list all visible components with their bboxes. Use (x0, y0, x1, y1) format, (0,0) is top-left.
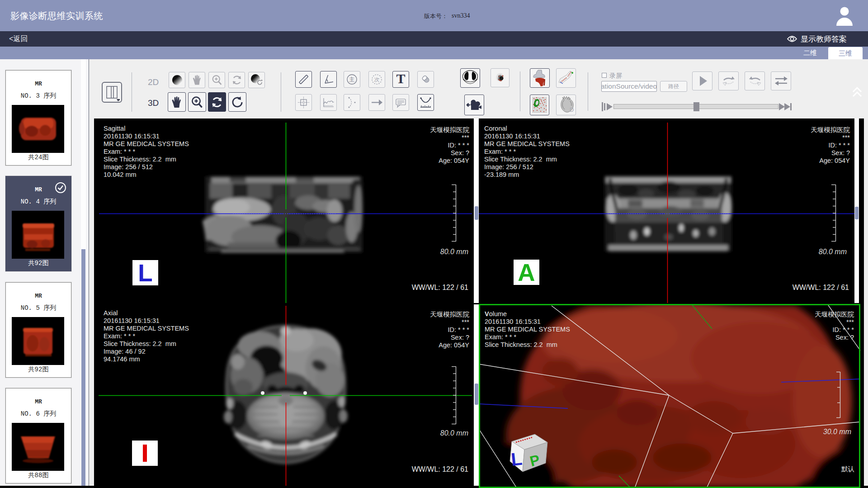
svg-text:次: 次 (374, 76, 380, 83)
svg-text:主: 主 (349, 76, 355, 83)
svg-text:L: L (510, 449, 523, 469)
svg-text:D: D (570, 106, 574, 113)
